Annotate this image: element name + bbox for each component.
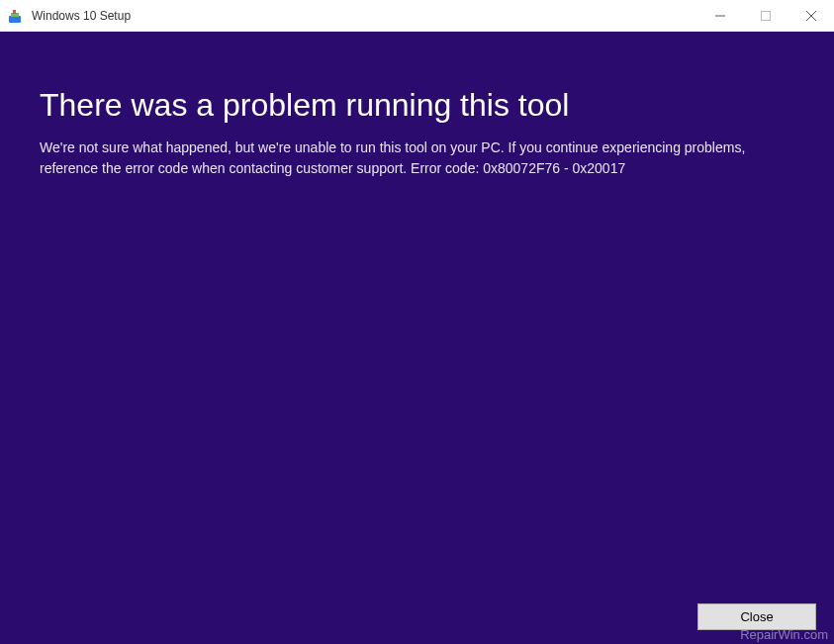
close-window-button[interactable] (788, 0, 834, 32)
titlebar: Windows 10 Setup (0, 0, 834, 32)
app-icon (8, 8, 24, 24)
maximize-button (743, 0, 788, 32)
minimize-button[interactable] (697, 0, 743, 32)
window-title: Windows 10 Setup (32, 9, 131, 23)
error-heading: There was a problem running this tool (40, 86, 794, 124)
svg-rect-2 (13, 10, 16, 14)
error-message: We're not sure what happened, but we're … (40, 138, 791, 178)
close-button[interactable]: Close (697, 603, 816, 630)
svg-rect-4 (762, 12, 771, 21)
window-controls (697, 0, 834, 31)
setup-window: Windows 10 Setup There was a problem run… (0, 0, 834, 644)
content-area: There was a problem running this tool We… (0, 32, 834, 644)
footer: Close (697, 603, 816, 630)
svg-rect-0 (9, 16, 21, 23)
